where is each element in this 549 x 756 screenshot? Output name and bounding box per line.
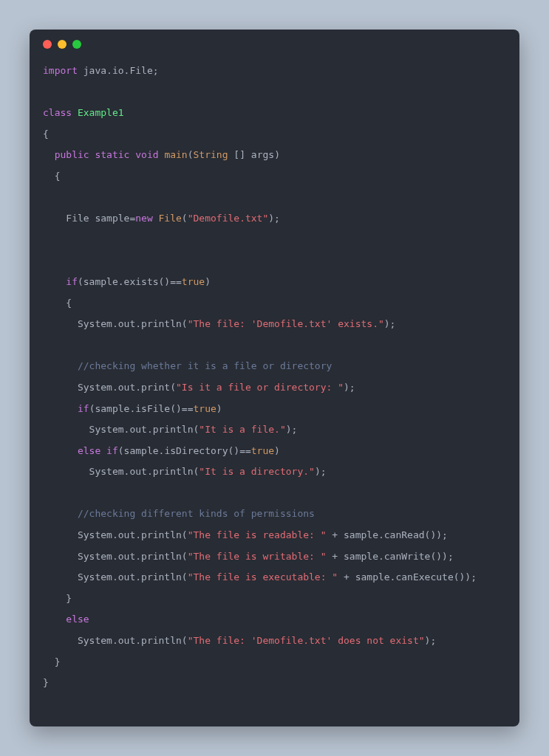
code-text: System.out.println( xyxy=(43,466,199,477)
indent xyxy=(43,445,78,456)
keyword-static: static xyxy=(95,149,129,160)
keyword-if: if xyxy=(78,403,89,414)
code-editor-window: import java.io.File; class Example1 { pu… xyxy=(30,30,519,726)
code-text: + sample.canExecute()); xyxy=(338,571,477,583)
maximize-icon[interactable] xyxy=(72,40,81,49)
brace: { xyxy=(43,298,72,309)
string-literal: "It is a directory." xyxy=(199,466,315,477)
string-literal: "Is it a file or directory: " xyxy=(176,382,344,393)
indent xyxy=(43,149,55,160)
code-text: ); xyxy=(315,466,327,477)
constructor: File xyxy=(159,213,182,224)
keyword-new: new xyxy=(135,213,152,224)
paren: ) xyxy=(216,403,222,414)
paren: ) xyxy=(205,276,211,287)
expression: (sample.isFile()== xyxy=(89,403,194,414)
comment: //checking whether it is a file or direc… xyxy=(78,360,332,371)
expression: (sample.exists()== xyxy=(78,276,182,287)
class-name: Example1 xyxy=(72,107,123,118)
code-text: System.out.println( xyxy=(43,318,188,329)
string-literal: "The file is writable: " xyxy=(188,551,327,562)
paren: ) xyxy=(274,149,280,160)
window-controls xyxy=(43,40,506,49)
indent xyxy=(43,276,66,287)
string-literal: "The file is executable: " xyxy=(188,571,338,583)
paren: ( xyxy=(188,149,194,160)
expression: (sample.isDirectory()== xyxy=(118,445,251,456)
literal-true: true xyxy=(182,276,205,287)
code-text: java.io.File; xyxy=(78,65,159,76)
indent xyxy=(43,508,78,519)
brace: } xyxy=(43,677,49,688)
code-text: ); xyxy=(286,424,298,435)
code-text: System.out.println( xyxy=(43,551,188,562)
string-literal: "It is a file." xyxy=(199,424,285,435)
method-name: main xyxy=(164,149,187,160)
comment: //checking different kinds of permission… xyxy=(78,508,315,519)
keyword-if: if xyxy=(106,445,118,456)
code-text: + sample.canRead()); xyxy=(327,529,448,540)
code-text: System.out.print( xyxy=(43,382,176,393)
code-text: System.out.println( xyxy=(43,529,188,540)
indent xyxy=(43,403,78,414)
string-literal: "Demofile.txt" xyxy=(188,213,269,224)
code-block: import java.io.File; class Example1 { pu… xyxy=(43,61,506,694)
code-text: System.out.println( xyxy=(43,635,188,646)
keyword-class: class xyxy=(43,107,72,118)
minimize-icon[interactable] xyxy=(58,40,67,49)
keyword-void: void xyxy=(135,149,158,160)
code-text: System.out.println( xyxy=(43,571,188,583)
indent xyxy=(43,360,78,371)
keyword-if: if xyxy=(66,276,78,287)
paren: ( xyxy=(182,213,188,224)
brace: { xyxy=(43,171,60,182)
code-text: ); xyxy=(344,382,355,393)
keyword-else: else xyxy=(78,445,100,456)
code-text: File sample= xyxy=(43,213,135,224)
literal-true: true xyxy=(194,403,216,414)
string-literal: "The file is readable: " xyxy=(188,529,327,540)
paren: ) xyxy=(274,445,280,456)
brace: } xyxy=(43,656,60,667)
brace: } xyxy=(43,593,72,604)
close-icon[interactable] xyxy=(43,40,52,49)
param: [] args xyxy=(228,149,275,160)
code-text: System.out.println( xyxy=(43,424,199,435)
string-literal: "The file: 'Demofile.txt' exists." xyxy=(188,318,384,329)
code-text: ); xyxy=(425,635,437,646)
brace: { xyxy=(43,128,49,140)
keyword-else: else xyxy=(66,614,89,625)
keyword-public: public xyxy=(55,149,89,160)
string-literal: "The file: 'Demofile.txt' does not exist… xyxy=(188,635,425,646)
type-string: String xyxy=(194,149,228,160)
paren: ); xyxy=(268,213,280,224)
indent xyxy=(43,614,66,625)
code-text: + sample.canWrite()); xyxy=(327,551,454,562)
literal-true: true xyxy=(251,445,274,456)
code-text: ); xyxy=(384,318,396,329)
keyword-import: import xyxy=(43,65,78,76)
